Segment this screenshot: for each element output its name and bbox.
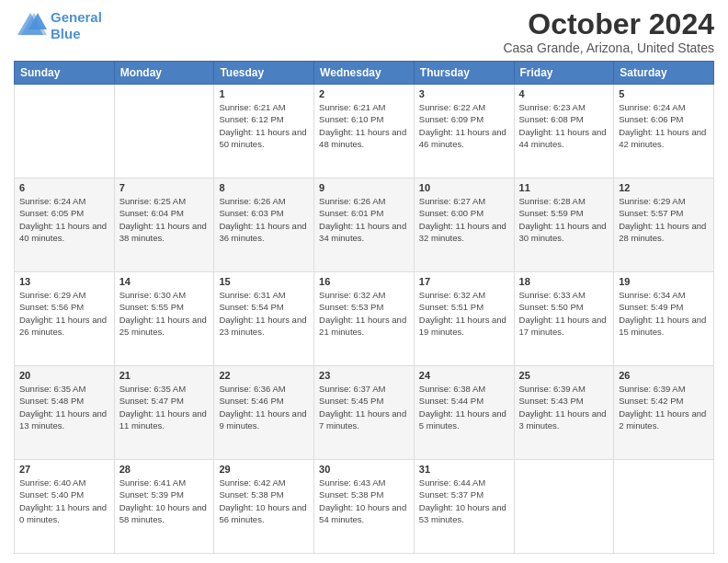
calendar-cell: 15Sunrise: 6:31 AMSunset: 5:54 PMDayligh… [214,272,314,366]
day-header-tuesday: Tuesday [214,62,314,85]
day-info: Sunrise: 6:35 AMSunset: 5:48 PMDaylight:… [19,383,109,431]
calendar-cell: 16Sunrise: 6:32 AMSunset: 5:53 PMDayligh… [314,272,415,366]
calendar-header-row: SundayMondayTuesdayWednesdayThursdayFrid… [15,62,714,85]
calendar-cell: 1Sunrise: 6:21 AMSunset: 6:12 PMDaylight… [214,85,314,178]
day-info: Sunrise: 6:39 AMSunset: 5:43 PMDaylight:… [519,383,609,431]
day-header-thursday: Thursday [414,62,514,85]
calendar-cell: 2Sunrise: 6:21 AMSunset: 6:10 PMDaylight… [314,85,415,178]
day-number: 18 [519,276,609,287]
day-number: 8 [219,182,309,193]
calendar-cell: 3Sunrise: 6:22 AMSunset: 6:09 PMDaylight… [414,85,514,178]
day-number: 26 [619,370,709,381]
day-number: 4 [519,88,609,99]
day-number: 16 [319,276,409,287]
calendar-week-4: 20Sunrise: 6:35 AMSunset: 5:48 PMDayligh… [15,366,714,460]
day-number: 14 [119,276,210,287]
day-info: Sunrise: 6:42 AMSunset: 5:38 PMDaylight:… [219,477,309,525]
day-number: 10 [419,182,509,193]
calendar-cell: 5Sunrise: 6:24 AMSunset: 6:06 PMDaylight… [614,85,714,178]
day-info: Sunrise: 6:44 AMSunset: 5:37 PMDaylight:… [419,477,509,525]
day-number: 5 [619,88,709,99]
day-info: Sunrise: 6:43 AMSunset: 5:38 PMDaylight:… [319,477,409,525]
logo-icon [14,9,47,42]
day-info: Sunrise: 6:28 AMSunset: 5:59 PMDaylight:… [519,195,609,244]
day-info: Sunrise: 6:27 AMSunset: 6:00 PMDaylight:… [419,195,509,244]
calendar-table: SundayMondayTuesdayWednesdayThursdayFrid… [14,61,714,554]
day-info: Sunrise: 6:32 AMSunset: 5:53 PMDaylight:… [319,289,409,338]
day-info: Sunrise: 6:26 AMSunset: 6:01 PMDaylight:… [319,195,409,244]
month-title: October 2024 [503,9,714,39]
day-header-saturday: Saturday [614,62,714,85]
day-number: 30 [319,464,409,475]
day-number: 15 [219,276,309,287]
day-info: Sunrise: 6:40 AMSunset: 5:40 PMDaylight:… [19,477,109,525]
calendar-week-3: 13Sunrise: 6:29 AMSunset: 5:56 PMDayligh… [15,272,714,366]
calendar-cell: 7Sunrise: 6:25 AMSunset: 6:04 PMDaylight… [114,178,214,272]
calendar-cell: 9Sunrise: 6:26 AMSunset: 6:01 PMDaylight… [314,178,415,272]
day-info: Sunrise: 6:24 AMSunset: 6:06 PMDaylight:… [619,101,709,150]
calendar-cell: 12Sunrise: 6:29 AMSunset: 5:57 PMDayligh… [614,178,714,272]
day-number: 1 [219,88,309,99]
logo-text: General Blue [51,9,102,42]
calendar-cell: 27Sunrise: 6:40 AMSunset: 5:40 PMDayligh… [15,460,115,554]
day-number: 9 [319,182,409,193]
day-info: Sunrise: 6:24 AMSunset: 6:05 PMDaylight:… [19,195,109,244]
day-number: 13 [19,276,109,287]
calendar-cell: 10Sunrise: 6:27 AMSunset: 6:00 PMDayligh… [414,178,514,272]
day-number: 27 [19,464,109,475]
day-info: Sunrise: 6:30 AMSunset: 5:55 PMDaylight:… [119,289,210,338]
day-number: 29 [219,464,309,475]
header: General Blue October 2024 Casa Grande, A… [14,9,714,55]
calendar-cell: 11Sunrise: 6:28 AMSunset: 5:59 PMDayligh… [514,178,614,272]
day-info: Sunrise: 6:33 AMSunset: 5:50 PMDaylight:… [519,289,609,338]
day-number: 11 [519,182,609,193]
calendar-cell: 18Sunrise: 6:33 AMSunset: 5:50 PMDayligh… [514,272,614,366]
calendar-cell: 4Sunrise: 6:23 AMSunset: 6:08 PMDaylight… [514,85,614,178]
day-info: Sunrise: 6:38 AMSunset: 5:44 PMDaylight:… [419,383,509,431]
calendar-cell: 20Sunrise: 6:35 AMSunset: 5:48 PMDayligh… [15,366,115,460]
day-number: 21 [119,370,210,381]
calendar-cell [614,460,714,554]
day-number: 17 [419,276,509,287]
calendar-cell: 19Sunrise: 6:34 AMSunset: 5:49 PMDayligh… [614,272,714,366]
calendar-cell: 13Sunrise: 6:29 AMSunset: 5:56 PMDayligh… [15,272,115,366]
calendar-body: 1Sunrise: 6:21 AMSunset: 6:12 PMDaylight… [15,85,714,554]
day-number: 7 [119,182,210,193]
calendar-cell [15,85,115,178]
page: General Blue October 2024 Casa Grande, A… [0,0,728,563]
day-number: 25 [519,370,609,381]
title-area: October 2024 Casa Grande, Arizona, Unite… [503,9,714,55]
day-number: 24 [419,370,509,381]
calendar-cell: 23Sunrise: 6:37 AMSunset: 5:45 PMDayligh… [314,366,415,460]
logo-general: General [51,9,102,26]
day-info: Sunrise: 6:39 AMSunset: 5:42 PMDaylight:… [619,383,709,431]
day-info: Sunrise: 6:21 AMSunset: 6:10 PMDaylight:… [319,101,409,150]
calendar-cell: 30Sunrise: 6:43 AMSunset: 5:38 PMDayligh… [314,460,415,554]
day-info: Sunrise: 6:36 AMSunset: 5:46 PMDaylight:… [219,383,309,431]
day-header-wednesday: Wednesday [314,62,415,85]
calendar-cell [514,460,614,554]
day-number: 22 [219,370,309,381]
day-number: 28 [119,464,210,475]
day-info: Sunrise: 6:32 AMSunset: 5:51 PMDaylight:… [419,289,509,338]
day-info: Sunrise: 6:34 AMSunset: 5:49 PMDaylight:… [619,289,709,338]
day-info: Sunrise: 6:23 AMSunset: 6:08 PMDaylight:… [519,101,609,150]
day-number: 6 [19,182,109,193]
calendar-cell: 14Sunrise: 6:30 AMSunset: 5:55 PMDayligh… [114,272,214,366]
calendar-cell [114,85,214,178]
day-info: Sunrise: 6:31 AMSunset: 5:54 PMDaylight:… [219,289,309,338]
day-number: 2 [319,88,409,99]
day-header-friday: Friday [514,62,614,85]
calendar-cell: 17Sunrise: 6:32 AMSunset: 5:51 PMDayligh… [414,272,514,366]
day-number: 31 [419,464,509,475]
calendar-week-5: 27Sunrise: 6:40 AMSunset: 5:40 PMDayligh… [15,460,714,554]
day-number: 20 [19,370,109,381]
calendar-cell: 22Sunrise: 6:36 AMSunset: 5:46 PMDayligh… [214,366,314,460]
day-info: Sunrise: 6:37 AMSunset: 5:45 PMDaylight:… [319,383,409,431]
calendar-cell: 26Sunrise: 6:39 AMSunset: 5:42 PMDayligh… [614,366,714,460]
logo: General Blue [14,9,102,42]
day-number: 19 [619,276,709,287]
day-info: Sunrise: 6:29 AMSunset: 5:56 PMDaylight:… [19,289,109,338]
day-header-sunday: Sunday [15,62,115,85]
calendar-cell: 28Sunrise: 6:41 AMSunset: 5:39 PMDayligh… [114,460,214,554]
